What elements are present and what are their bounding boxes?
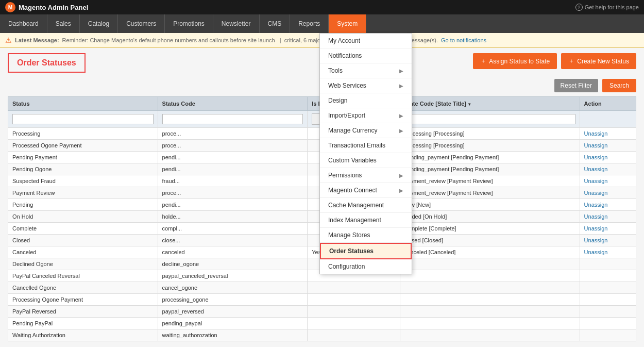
nav-reports[interactable]: Reports bbox=[290, 14, 329, 33]
warning-icon: ⚠ bbox=[5, 36, 12, 44]
filter-status-input[interactable] bbox=[12, 114, 154, 124]
cell-state bbox=[400, 282, 580, 294]
cell-default bbox=[308, 318, 400, 329]
dropdown-manage-stores[interactable]: Manage Stores bbox=[320, 228, 412, 243]
unassign-link[interactable]: Unassign bbox=[584, 166, 608, 172]
search-button[interactable]: Search bbox=[602, 79, 636, 92]
cell-code: pendi... bbox=[158, 199, 308, 211]
dropdown-order-statuses[interactable]: Order Statuses bbox=[320, 243, 412, 259]
unassign-link[interactable]: Unassign bbox=[584, 154, 608, 160]
cell-state bbox=[400, 318, 580, 329]
nav-customers[interactable]: Customers bbox=[118, 14, 165, 33]
cell-status: Complete bbox=[8, 223, 158, 235]
table-row: PayPal Reversedpaypal_reversed bbox=[8, 306, 636, 318]
cell-default bbox=[308, 294, 400, 306]
nav-cms[interactable]: CMS bbox=[260, 14, 291, 33]
cell-action bbox=[580, 306, 636, 318]
dropdown-notifications[interactable]: Notifications bbox=[320, 48, 412, 63]
cell-action: Unassign bbox=[580, 187, 636, 199]
cell-action bbox=[580, 294, 636, 306]
cell-status: Closed bbox=[8, 235, 158, 246]
cell-action bbox=[580, 270, 636, 282]
col-code: Status Code bbox=[158, 97, 308, 111]
dropdown-custom-variables[interactable]: Custom Variables bbox=[320, 153, 412, 168]
cell-state: payment_review [Payment Review] bbox=[400, 187, 580, 199]
reset-filter-button[interactable]: Reset Filter bbox=[554, 79, 598, 92]
dropdown-web-services[interactable]: Web Services ▶ bbox=[320, 78, 412, 93]
cell-code: holde... bbox=[158, 211, 308, 223]
dropdown-label: Magento Connect bbox=[328, 187, 377, 194]
assign-status-button[interactable]: ＋ Assign Status to State bbox=[473, 53, 557, 69]
cell-status: Pending PayPal bbox=[8, 318, 158, 329]
cell-action: Unassign bbox=[580, 128, 636, 140]
cell-action: Unassign bbox=[580, 223, 636, 235]
col-action: Action bbox=[580, 97, 636, 111]
col-state[interactable]: State Code [State Title] bbox=[400, 97, 580, 111]
cell-code: pendi... bbox=[158, 163, 308, 175]
create-new-status-button[interactable]: ＋ Create New Status bbox=[561, 53, 636, 69]
cell-state bbox=[400, 306, 580, 318]
msg-label: Latest Message: bbox=[15, 37, 59, 43]
dropdown-tools[interactable]: Tools ▶ bbox=[320, 63, 412, 78]
cell-action: Unassign bbox=[580, 163, 636, 175]
dropdown-magento-connect[interactable]: Magento Connect ▶ bbox=[320, 183, 412, 198]
unassign-link[interactable]: Unassign bbox=[584, 249, 608, 255]
unassign-link[interactable]: Unassign bbox=[584, 130, 608, 137]
plus-icon: ＋ bbox=[480, 57, 486, 65]
cell-state bbox=[400, 258, 580, 270]
unassign-link[interactable]: Unassign bbox=[584, 225, 608, 232]
unassign-link[interactable]: Unassign bbox=[584, 213, 608, 220]
nav-system[interactable]: System bbox=[329, 14, 366, 33]
arrow-icon: ▶ bbox=[399, 128, 403, 134]
unassign-link[interactable]: Unassign bbox=[584, 190, 608, 196]
nav-container: Dashboard Sales Catalog Customers Promot… bbox=[0, 14, 644, 33]
logo-text: Magento Admin Panel bbox=[19, 4, 88, 11]
dropdown-index-management[interactable]: Index Management bbox=[320, 213, 412, 228]
cell-state: pending_payment [Pending Payment] bbox=[400, 152, 580, 163]
arrow-icon: ▶ bbox=[399, 188, 403, 193]
unassign-link[interactable]: Unassign bbox=[584, 142, 608, 148]
nav-newsletter[interactable]: Newsletter bbox=[213, 14, 260, 33]
dropdown-permissions[interactable]: Permissions ▶ bbox=[320, 168, 412, 183]
cell-action bbox=[580, 282, 636, 294]
dropdown-label: Custom Variables bbox=[328, 157, 377, 164]
unassign-link[interactable]: Unassign bbox=[584, 202, 608, 208]
help-link[interactable]: ? Get help for this page bbox=[575, 4, 639, 11]
assign-btn-label: Assign Status to State bbox=[489, 58, 550, 65]
cell-status: Processing Ogone Payment bbox=[8, 294, 158, 306]
table-row: Pending PayPalpending_paypal bbox=[8, 318, 636, 329]
cell-status: Cancelled Ogone bbox=[8, 282, 158, 294]
dropdown-manage-currency[interactable]: Manage Currency ▶ bbox=[320, 123, 412, 138]
cell-state: canceled [Canceled] bbox=[400, 246, 580, 258]
dropdown-design[interactable]: Design bbox=[320, 93, 412, 108]
cell-state: new [New] bbox=[400, 199, 580, 211]
arrow-icon: ▶ bbox=[399, 173, 403, 178]
dropdown-transactional-emails[interactable]: Transactional Emails bbox=[320, 138, 412, 153]
action-buttons: ＋ Assign Status to State ＋ Create New St… bbox=[473, 53, 636, 69]
dropdown-cache-management[interactable]: Cache Management bbox=[320, 198, 412, 213]
page-title-box: Order Statuses bbox=[8, 53, 86, 73]
arrow-icon: ▶ bbox=[399, 83, 403, 89]
filter-code-input[interactable] bbox=[162, 114, 303, 124]
dropdown-import-export[interactable]: Import/Export ▶ bbox=[320, 108, 412, 123]
cell-action: Unassign bbox=[580, 199, 636, 211]
nav-sales[interactable]: Sales bbox=[47, 14, 80, 33]
nav-promotions[interactable]: Promotions bbox=[165, 14, 213, 33]
cell-status: Payment Review bbox=[8, 187, 158, 199]
dropdown-my-account[interactable]: My Account bbox=[320, 34, 412, 48]
cell-state: payment_review [Payment Review] bbox=[400, 175, 580, 187]
dropdown-label: My Account bbox=[328, 37, 360, 44]
dropdown-label: Manage Stores bbox=[328, 232, 370, 239]
cell-code: close... bbox=[158, 235, 308, 246]
cell-state bbox=[400, 329, 580, 341]
filter-state-input[interactable] bbox=[404, 114, 575, 124]
filter-state-cell bbox=[400, 111, 580, 128]
unassign-link[interactable]: Unassign bbox=[584, 237, 608, 243]
notifications-link[interactable]: Go to notifications bbox=[441, 37, 486, 43]
nav-dashboard[interactable]: Dashboard bbox=[0, 14, 47, 33]
table-row: Waiting Authorizationwaiting_authorozati… bbox=[8, 329, 636, 341]
cell-action bbox=[580, 318, 636, 329]
nav-catalog[interactable]: Catalog bbox=[80, 14, 118, 33]
unassign-link[interactable]: Unassign bbox=[584, 178, 608, 184]
dropdown-configuration[interactable]: Configuration bbox=[320, 259, 412, 274]
